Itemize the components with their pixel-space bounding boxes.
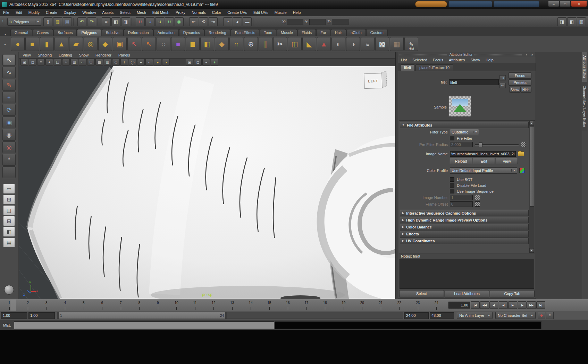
separator[interactable]	[98, 18, 100, 26]
poly-sphere-icon[interactable]: ●	[11, 37, 25, 51]
menu-item[interactable]: Create	[43, 9, 60, 16]
append-polygon-tool-icon[interactable]: ↖	[142, 37, 156, 51]
bevel-icon[interactable]: ◆	[215, 37, 229, 51]
go-to-end-button[interactable]: ▶|	[536, 301, 545, 309]
timeline-frame[interactable]: 5	[74, 300, 93, 311]
render-settings-icon[interactable]: ▬	[243, 17, 252, 26]
three-pane-layout-icon[interactable]: ◧	[3, 227, 15, 237]
timeline-frame[interactable]: 20	[353, 300, 372, 311]
timeline-frame[interactable]: 13	[223, 300, 242, 311]
coordinate-input[interactable]	[287, 19, 303, 25]
viewport-3d-canvas[interactable]: LEFT persp y x z	[19, 66, 395, 299]
checkbox[interactable]	[450, 177, 454, 182]
attribute-editor-menu-item[interactable]: List	[398, 57, 410, 63]
snap-curve-icon[interactable]: ∪	[145, 17, 154, 26]
timeline-frame[interactable]: 3	[37, 300, 56, 311]
paint-select-tool-icon[interactable]: ✎	[2, 79, 16, 91]
separator[interactable]	[132, 18, 134, 26]
mel-command-input[interactable]	[14, 321, 274, 329]
render-current-frame-icon[interactable]: ◔	[223, 17, 232, 26]
paint-effects-cone-icon[interactable]: ▲	[317, 37, 331, 51]
film-gate-icon[interactable]: ▭	[79, 59, 86, 66]
collapsed-section-header[interactable]: ▶ UV Coordinates	[400, 237, 529, 244]
timeline-frame[interactable]: 7	[111, 300, 130, 311]
four-pane-layout-icon[interactable]: ⊞	[3, 194, 15, 205]
texture-sample-swatch[interactable]	[449, 96, 471, 117]
2d-pan-zoom-icon[interactable]: +	[62, 59, 70, 66]
select-camera-icon[interactable]: ▣	[20, 59, 28, 66]
timeline-frame[interactable]: 2	[19, 300, 37, 311]
new-scene-icon[interactable]: ▯	[43, 17, 52, 26]
toggle-channel-box-icon[interactable]: ▥	[577, 17, 586, 26]
make-live-icon[interactable]: ◉	[175, 17, 184, 26]
detach-panel-icon[interactable]: ▫	[524, 53, 528, 57]
close-icon[interactable]: ×	[530, 53, 534, 57]
browse-folder-icon[interactable]	[518, 151, 524, 156]
shelf-tab[interactable]: Fluids	[297, 29, 316, 36]
lasso-select-tool-icon[interactable]: ∿	[2, 67, 16, 78]
texture-sphere-icon[interactable]: ◐	[331, 37, 345, 51]
presets-button[interactable]: Presets	[509, 79, 531, 86]
timeline-frame[interactable]: 21	[371, 300, 390, 311]
texture-sphere-3-icon[interactable]: ◒	[361, 37, 375, 51]
right-dock-tab[interactable]: Attribute Editor	[582, 52, 587, 82]
output-connection-icon[interactable]: ⇤	[499, 83, 506, 88]
move-tool-icon[interactable]: +	[2, 92, 16, 103]
notes-textarea[interactable]	[400, 259, 534, 289]
poly-torus-icon[interactable]: ◎	[84, 37, 98, 51]
attribute-editor-menu-item[interactable]: Attributes	[446, 57, 468, 63]
attribute-editor-menu-item[interactable]: Selected	[410, 57, 430, 63]
poly-pyramid-icon[interactable]: ◆	[98, 37, 112, 51]
view-cube[interactable]: LEFT	[364, 71, 387, 90]
menu-item[interactable]: Edit	[12, 9, 25, 16]
lights-icon[interactable]: ●	[154, 59, 161, 66]
timeline-frame[interactable]: 23	[409, 300, 427, 311]
view-button[interactable]: View	[496, 158, 518, 164]
snap-grid-icon[interactable]: ∪	[136, 17, 145, 26]
timeline-frame[interactable]: 8	[130, 300, 149, 311]
menu-item[interactable]: Modify	[25, 9, 43, 16]
timeline-frame[interactable]: 24	[427, 300, 446, 311]
interactive-split-tool-icon[interactable]: ↖	[127, 37, 141, 51]
shelf-tab[interactable]: Surfaces	[53, 29, 77, 36]
pre-filter-radius-slider[interactable]	[475, 142, 519, 147]
viewport-menu-item[interactable]: Renderer	[92, 52, 115, 58]
mirror-geometry-icon[interactable]: ◫	[288, 37, 302, 51]
timeline-frame[interactable]: 16	[279, 300, 297, 311]
frame-offset-input[interactable]	[450, 201, 473, 207]
select-hierarchy-icon[interactable]: ≡	[102, 17, 111, 26]
scale-tool-icon[interactable]: ▣	[2, 116, 16, 128]
scroll-down-icon[interactable]: ▼	[529, 248, 534, 253]
animation-preferences-icon[interactable]: ≡	[546, 312, 554, 319]
poly-cone-icon[interactable]: ▲	[54, 37, 68, 51]
safe-title-icon[interactable]: T	[120, 59, 128, 66]
toggle-attribute-editor-icon[interactable]: ◨	[557, 17, 566, 26]
close-button[interactable]: ×	[571, 1, 587, 7]
file-attributes-section-header[interactable]: ▼ File Attributes	[400, 122, 529, 128]
cut-faces-icon[interactable]: ✂	[273, 37, 287, 51]
menu-item[interactable]: Muscle	[271, 9, 290, 16]
coordinate-input[interactable]	[332, 19, 348, 25]
split-edge-ring-icon[interactable]: ∥	[259, 37, 272, 51]
menu-item[interactable]: Edit UVs	[250, 9, 271, 16]
viewport-menu-item[interactable]: Lighting	[55, 52, 76, 58]
image-number-input[interactable]	[450, 195, 473, 200]
mel-toggle-label[interactable]: MEL	[0, 323, 14, 327]
menu-item[interactable]: Proxy	[173, 9, 188, 16]
grid-icon[interactable]: ▦	[70, 59, 78, 66]
maximize-button[interactable]: □	[560, 1, 571, 7]
hide-button[interactable]: Hide	[520, 87, 531, 93]
separator[interactable]	[253, 18, 256, 26]
show-button[interactable]: Show	[509, 87, 520, 93]
attribute-editor-header[interactable]: Attribute Editor ▫ ×	[398, 52, 536, 57]
map-texture-icon[interactable]	[475, 201, 480, 207]
attribute-editor-menu-item[interactable]: Focus	[430, 57, 446, 63]
input-connections-icon[interactable]: ⇤	[189, 17, 198, 26]
menu-item[interactable]: Create UVs	[224, 9, 250, 16]
map-texture-icon[interactable]	[521, 142, 526, 147]
play-forwards-button[interactable]: ▶	[508, 301, 517, 309]
menu-item[interactable]: Help	[290, 9, 304, 16]
timeline-frame[interactable]: 11	[186, 300, 204, 311]
soft-modification-icon[interactable]: ◎	[2, 141, 16, 153]
view-cube-front-face[interactable]: LEFT	[364, 73, 383, 89]
